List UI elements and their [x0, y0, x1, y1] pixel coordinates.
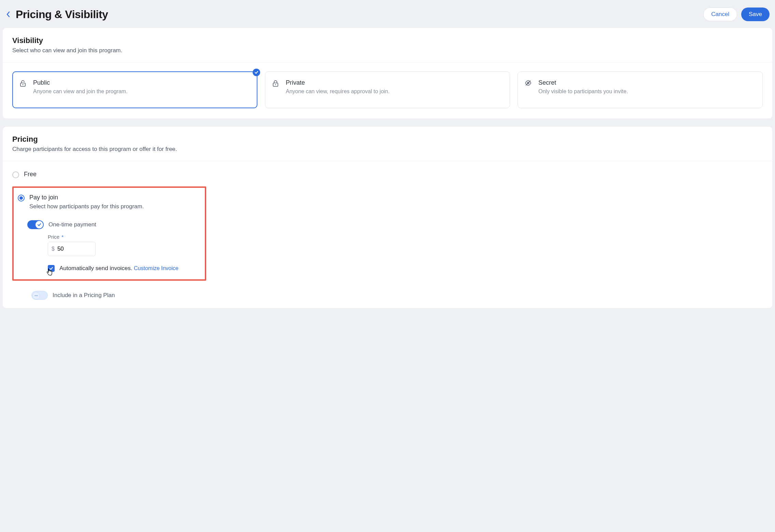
visibility-title: Visibility: [12, 36, 763, 45]
visibility-option-private[interactable]: Private Anyone can view, requires approv…: [265, 71, 510, 108]
pricing-card: Pricing Charge participants for access t…: [3, 127, 772, 308]
visibility-option-public[interactable]: Public Anyone can view and join the prog…: [12, 71, 257, 108]
pricing-subtitle: Charge participants for access to this p…: [12, 146, 763, 153]
option-title: Secret: [538, 79, 628, 86]
radio-pay-label: Pay to join: [29, 194, 144, 201]
pricing-option-pay[interactable]: Pay to join Select how participants pay …: [18, 194, 199, 213]
eye-off-icon: [525, 80, 532, 100]
back-button[interactable]: [4, 10, 12, 18]
check-icon: [254, 70, 258, 74]
price-label: Price: [48, 234, 59, 240]
chevron-left-icon: [6, 11, 10, 17]
option-title: Public: [33, 79, 128, 86]
customize-invoice-link[interactable]: Customize Invoice: [134, 265, 179, 271]
cancel-button[interactable]: Cancel: [703, 8, 737, 21]
visibility-option-secret[interactable]: Secret Only visible to participants you …: [518, 71, 763, 108]
svg-point-3: [275, 84, 276, 85]
auto-invoice-label: Automatically send invoices.: [59, 265, 132, 271]
price-input-wrapper[interactable]: $: [48, 242, 96, 256]
pay-to-join-highlight: Pay to join Select how participants pay …: [12, 186, 206, 281]
page-header: Pricing & Visibility Cancel Save: [3, 3, 772, 28]
pricing-title: Pricing: [12, 135, 763, 144]
pricing-option-free[interactable]: Free: [12, 167, 763, 182]
option-desc: Anyone can view and join the program.: [33, 88, 128, 95]
save-button[interactable]: Save: [741, 8, 770, 21]
lock-icon: [272, 80, 279, 100]
option-desc: Only visible to participants you invite.: [538, 88, 628, 95]
selected-badge: [253, 69, 260, 76]
pricing-plan-toggle[interactable]: [31, 291, 48, 300]
page-title: Pricing & Visibility: [16, 8, 108, 21]
radio-pay-sub: Select how participants pay for this pro…: [29, 203, 144, 210]
pricing-plan-label: Include in a Pricing Plan: [53, 292, 115, 299]
auto-invoice-checkbox[interactable]: [48, 265, 55, 272]
check-icon: [49, 266, 53, 270]
required-asterisk: *: [61, 234, 64, 240]
radio-free[interactable]: [12, 171, 19, 178]
check-icon: [37, 223, 41, 227]
one-time-payment-label: One-time payment: [48, 221, 96, 228]
option-desc: Anyone can view, requires approval to jo…: [286, 88, 390, 95]
currency-symbol: $: [52, 246, 55, 252]
visibility-subtitle: Select who can view and join this progra…: [12, 47, 763, 54]
unlock-icon: [19, 80, 26, 100]
price-field[interactable]: [57, 246, 78, 252]
radio-pay[interactable]: [18, 195, 25, 201]
visibility-card: Visibility Select who can view and join …: [3, 28, 772, 118]
radio-free-label: Free: [24, 171, 37, 178]
one-time-payment-toggle[interactable]: [27, 220, 44, 229]
option-title: Private: [286, 79, 390, 86]
svg-point-1: [23, 84, 24, 85]
